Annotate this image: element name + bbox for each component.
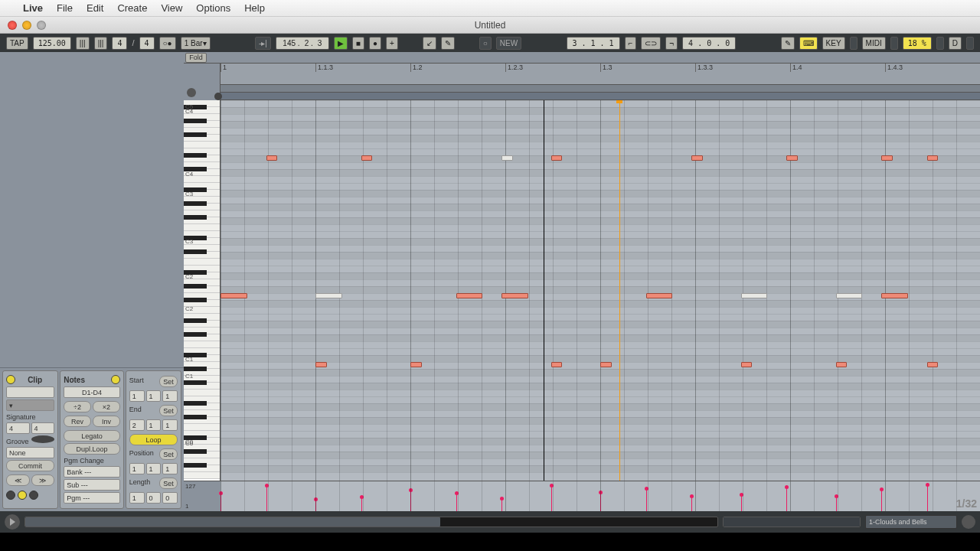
end-set-button[interactable]: Set	[159, 405, 178, 416]
midi-note[interactable]	[220, 293, 247, 298]
velocity-stem[interactable]	[881, 490, 882, 511]
loop-start-field[interactable]: 3 . 1 . 1	[567, 37, 620, 50]
midi-note[interactable]	[927, 362, 939, 367]
device-slot[interactable]: 1-Clouds and Bells	[865, 515, 957, 529]
timesig-denominator[interactable]: 4	[139, 37, 155, 50]
reverse-button[interactable]: Rev	[64, 416, 91, 427]
clip-box-env[interactable]	[29, 491, 38, 500]
draw-mode-button[interactable]: ✎	[781, 37, 795, 50]
len-16th[interactable]: 0	[162, 492, 178, 504]
clip-name-field[interactable]	[6, 386, 54, 398]
show-hide-button[interactable]	[962, 515, 975, 529]
midi-note[interactable]	[266, 155, 278, 161]
arrangement-position[interactable]: 145 . 2 . 3	[276, 37, 329, 50]
midi-note[interactable]	[501, 155, 513, 161]
fold-button[interactable]: Fold	[185, 53, 207, 63]
status-play-button[interactable]	[5, 514, 20, 530]
menu-help[interactable]: Help	[244, 2, 265, 14]
clip-activator[interactable]	[6, 375, 15, 384]
tap-tempo-button[interactable]: TAP	[6, 37, 28, 50]
automation-arm-button[interactable]: ✎	[441, 37, 455, 50]
punch-out-button[interactable]: ¬	[665, 37, 678, 50]
midi-note[interactable]	[501, 293, 528, 298]
overdub-button[interactable]: +	[386, 37, 398, 50]
new-scene-button[interactable]: NEW	[496, 37, 521, 50]
clip-sig-num[interactable]: 4	[6, 422, 30, 434]
play-button[interactable]: ▶	[334, 37, 348, 50]
pos-set-button[interactable]: Set	[159, 448, 178, 460]
commit-button[interactable]: Commit	[6, 460, 54, 471]
session-record-button[interactable]: ○	[479, 37, 492, 50]
velocity-stem[interactable]	[836, 497, 837, 512]
loop-brace[interactable]	[220, 93, 980, 100]
velocity-stem[interactable]	[266, 486, 267, 511]
midi-note[interactable]	[551, 155, 563, 161]
bank-select[interactable]: Bank ---	[64, 466, 120, 478]
len-beat[interactable]: 0	[146, 492, 162, 504]
velocity-stem[interactable]	[456, 494, 457, 511]
menu-file[interactable]: File	[57, 2, 73, 14]
scrub-area[interactable]	[220, 85, 980, 93]
midi-note[interactable]	[456, 293, 483, 298]
velocity-stem[interactable]	[551, 486, 552, 511]
note-grid[interactable]	[220, 100, 980, 481]
nudge-up-button[interactable]: |||	[94, 37, 108, 50]
menu-live[interactable]: Live	[23, 2, 43, 14]
velocity-stem[interactable]	[786, 487, 787, 511]
midi-map-button[interactable]: MIDI	[862, 37, 886, 50]
pos-beat[interactable]: 1	[146, 463, 162, 474]
clip-sig-den[interactable]: 4	[31, 422, 55, 434]
start-set-button[interactable]: Set	[159, 376, 178, 387]
midi-note[interactable]	[315, 362, 327, 367]
midi-note[interactable]	[646, 293, 673, 298]
end-bar[interactable]: 2	[129, 419, 145, 431]
zoom-window-button[interactable]	[37, 21, 46, 30]
computer-keyboard-button[interactable]: ⌨	[799, 37, 818, 50]
program-select[interactable]: Pgm ---	[64, 492, 120, 504]
midi-note[interactable]	[315, 293, 342, 298]
velocity-stem[interactable]	[741, 495, 742, 511]
metronome-button[interactable]: ○●	[159, 37, 176, 50]
midi-note[interactable]	[881, 155, 893, 161]
menu-edit[interactable]: Edit	[87, 2, 103, 14]
sub-bank-select[interactable]: Sub ---	[64, 479, 120, 491]
groove-hotswap[interactable]	[31, 435, 55, 443]
clip-box-notes[interactable]	[18, 491, 27, 500]
invert-button[interactable]: Inv	[93, 416, 120, 427]
timesig-numerator[interactable]: 4	[112, 37, 127, 50]
loop-toggle[interactable]: Loop	[129, 434, 178, 445]
key-map-button[interactable]: KEY	[822, 37, 845, 50]
end-16th[interactable]: 1	[162, 419, 178, 431]
velocity-stem[interactable]	[361, 497, 362, 511]
minimize-window-button[interactable]	[22, 21, 31, 30]
double-time-button[interactable]: ×2	[93, 401, 120, 412]
midi-note[interactable]	[927, 155, 939, 161]
notes-activator[interactable]	[111, 375, 120, 384]
midi-note[interactable]	[786, 155, 798, 161]
menu-view[interactable]: View	[161, 2, 182, 14]
back-to-arrangement-button[interactable]: ↙	[423, 37, 436, 50]
half-time-button[interactable]: ÷2	[64, 401, 91, 412]
midi-note[interactable]	[741, 293, 768, 298]
start-beat[interactable]: 1	[146, 390, 162, 402]
punch-in-button[interactable]: ⌐	[625, 37, 637, 50]
pos-16th[interactable]: 1	[162, 463, 178, 474]
preview-button[interactable]	[187, 88, 196, 97]
velocity-lane[interactable]: 1271 1/32	[184, 481, 980, 511]
midi-note[interactable]	[410, 362, 422, 367]
close-window-button[interactable]	[8, 21, 17, 30]
session-scrollbar[interactable]	[24, 517, 718, 527]
time-ruler[interactable]: 11.1.31.21.2.31.31.3.31.41.4.32	[220, 64, 980, 85]
stop-button[interactable]: ■	[352, 37, 364, 50]
len-set-button[interactable]: Set	[159, 478, 178, 489]
clip-box-l[interactable]	[6, 491, 15, 500]
end-beat[interactable]: 1	[146, 419, 162, 431]
velocity-stem[interactable]	[501, 499, 502, 511]
legato-button[interactable]: Legato	[64, 430, 120, 442]
nudge-back[interactable]: ≪	[6, 474, 30, 486]
midi-note[interactable]	[600, 362, 612, 367]
follow-button[interactable]: -▸|	[255, 37, 271, 50]
velocity-stem[interactable]	[646, 489, 647, 511]
record-button[interactable]: ●	[369, 37, 381, 50]
menu-create[interactable]: Create	[117, 2, 147, 14]
